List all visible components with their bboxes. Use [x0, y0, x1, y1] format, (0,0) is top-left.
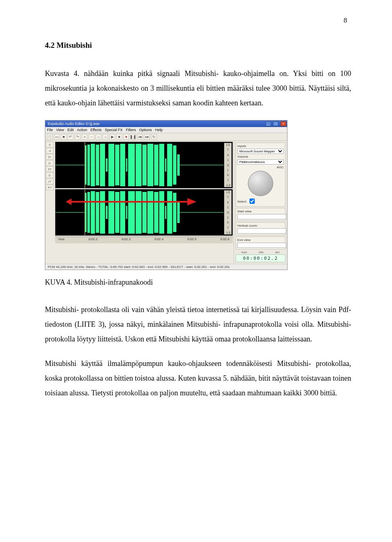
svg-rect-6	[106, 158, 107, 172]
window-titlebar: Expstudio Audio Editor D:\jj.wav _ □ ×	[45, 120, 287, 127]
svg-rect-31	[115, 192, 119, 233]
left-toolbar: D -X 0+ 0- 0Y 0- LY PT	[45, 141, 54, 264]
svg-rect-27	[96, 192, 99, 233]
svg-rect-40	[165, 206, 166, 219]
toolbar: □ ▭ ■ ↶ ↷ ＋ － ⌕ ⌕ ▶ ■ ● ❚❚ ⏮ ⏭ ↻	[45, 133, 287, 141]
paragraph-1: Kuvasta 4. nähdään kuinka pitkä signaali…	[45, 66, 351, 110]
svg-rect-28	[100, 191, 105, 234]
end-view-group: End view	[236, 236, 285, 250]
vertical-zoom-input[interactable]	[237, 228, 286, 234]
audio-editor-screenshot: Expstudio Audio Editor D:\jj.wav _ □ × F…	[45, 120, 287, 270]
close-icon[interactable]: ×	[281, 121, 286, 126]
svg-rect-32	[120, 191, 125, 234]
tool-pause-icon[interactable]: ❚❚	[130, 134, 136, 140]
ruler-hms: hms	[58, 237, 65, 243]
left-tool-zoomout[interactable]: 0-	[46, 160, 53, 166]
vertical-zoom-group: Vertical zoom:	[236, 222, 285, 235]
page-number: 8	[45, 16, 351, 25]
svg-rect-1	[85, 145, 87, 185]
start-view-group: Start view	[236, 208, 285, 221]
left-tool-zy[interactable]: 0Y	[46, 166, 53, 172]
tool-loop-icon[interactable]: ↻	[151, 134, 157, 140]
svg-rect-15	[154, 145, 158, 185]
window-title: Expstudio Audio Editor D:\jj.wav	[46, 122, 265, 126]
figure-4: Expstudio Audio Editor D:\jj.wav _ □ × F…	[45, 120, 290, 270]
minimize-icon[interactable]: _	[265, 121, 271, 126]
svg-rect-3	[91, 144, 95, 186]
left-tool-zoomin[interactable]: 0+	[46, 154, 53, 160]
volume-label: Volume	[237, 155, 284, 158]
tool-record-icon[interactable]: ●	[123, 134, 129, 140]
select-checkbox[interactable]	[249, 199, 255, 204]
timecode-group: hour min sec 00:00:02.2	[236, 251, 285, 262]
svg-rect-16	[159, 144, 164, 186]
svg-rect-9	[120, 144, 125, 186]
ruler-t3: 0:02.4	[154, 237, 163, 243]
menu-options[interactable]: Options	[139, 128, 152, 132]
tc-min-label: min	[259, 251, 263, 254]
end-view-label: End view	[237, 238, 284, 242]
start-view-input[interactable]	[237, 214, 286, 219]
tool-new-icon[interactable]: □	[47, 134, 53, 140]
tool-zoom-sel-icon[interactable]: ⌕	[102, 134, 108, 140]
svg-rect-2	[87, 145, 90, 185]
tool-zoom-out-icon[interactable]: －	[89, 134, 94, 140]
menu-edit[interactable]: Edit	[67, 128, 74, 132]
left-tool-pt[interactable]: PT	[46, 185, 53, 190]
svg-rect-34	[128, 191, 135, 234]
ruler-t1: 0:02.2	[89, 237, 98, 243]
svg-rect-43	[177, 202, 180, 223]
tool-redo-icon[interactable]: ↷	[75, 134, 80, 140]
svg-rect-39	[159, 191, 164, 234]
menu-help[interactable]: Help	[155, 128, 163, 132]
svg-rect-13	[143, 145, 147, 185]
menu-filters[interactable]: Filters	[126, 128, 136, 132]
inputs-group: Inputs Microsoft Sound Mapper Volume Pää…	[236, 143, 285, 207]
tool-undo-icon[interactable]: ↶	[68, 134, 74, 140]
end-view-input[interactable]	[237, 243, 286, 248]
paragraph-3: Mitsubishi käyttää ilmalämpöpumpun kauko…	[45, 356, 351, 400]
tool-zoom-icon[interactable]: ⌕	[96, 134, 101, 140]
svg-rect-12	[136, 144, 141, 186]
ruler-t2: 0:02.3	[121, 237, 130, 243]
tool-save-icon[interactable]: ■	[61, 134, 67, 140]
section-heading: 4.2 Mitsubishi	[45, 41, 351, 50]
left-tool-d[interactable]: D	[46, 142, 53, 147]
tool-open-icon[interactable]: ▭	[54, 134, 60, 140]
tc-sec-label: sec	[275, 251, 280, 254]
svg-rect-5	[100, 144, 105, 186]
maximize-icon[interactable]: □	[273, 121, 278, 126]
statusbar: PCM 44,100 kHz; 16 bits; Stereo - TOTAL:…	[45, 264, 287, 270]
left-tool-x[interactable]: -X	[46, 148, 53, 154]
figure-caption: KUVA 4. Mitsubishi-infrapunakoodi	[45, 278, 351, 287]
inputs-label: Inputs	[237, 144, 284, 148]
tool-zoom-in-icon[interactable]: ＋	[82, 134, 87, 140]
vertical-zoom-label: Vertical zoom:	[237, 224, 284, 228]
tool-stop-icon[interactable]: ■	[116, 134, 122, 140]
menu-action[interactable]: Action	[77, 128, 87, 132]
input-device-select[interactable]: Microsoft Sound Mapper	[237, 149, 284, 154]
left-tool-zyout[interactable]: 0-	[46, 172, 53, 178]
svg-rect-30	[108, 191, 114, 234]
paragraph-2: Mitsubishi- protokollasta oli vain vähän…	[45, 302, 351, 346]
svg-rect-41	[167, 191, 172, 234]
menu-view[interactable]: View	[56, 128, 64, 132]
tool-begin-icon[interactable]: ⏮	[137, 134, 143, 140]
menu-file[interactable]: File	[47, 128, 53, 132]
tc-hour-label: hour	[241, 251, 247, 254]
start-view-label: Start view	[237, 210, 284, 213]
svg-rect-38	[154, 192, 158, 233]
tool-play-icon[interactable]: ▶	[109, 134, 115, 140]
menu-specialfx[interactable]: Special FX	[105, 128, 123, 132]
svg-rect-11	[128, 144, 135, 186]
svg-rect-33	[126, 206, 127, 219]
left-tool-ly[interactable]: LY	[46, 178, 53, 184]
menu-effects[interactable]: Effects	[90, 128, 101, 132]
waveform-left-icon	[56, 142, 223, 188]
waveform-channel-left[interactable]: 1.07410147-1.0	[55, 142, 233, 188]
channel-select[interactable]: Päälevoimakkuus	[237, 159, 284, 165]
tool-end-icon[interactable]: ⏭	[144, 134, 150, 140]
volume-knob[interactable]	[248, 171, 273, 196]
svg-rect-35	[136, 191, 141, 234]
waveform-channel-right[interactable]: 1.07410147-1.0	[55, 189, 233, 236]
